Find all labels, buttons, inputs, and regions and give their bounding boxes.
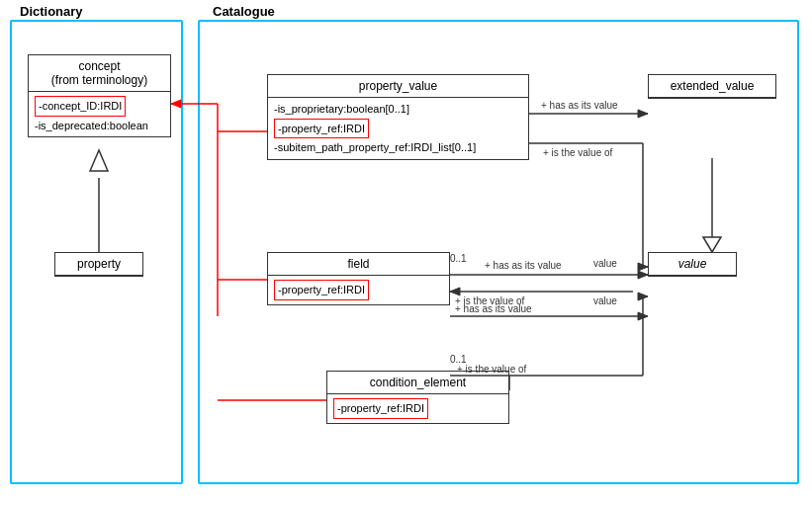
catalogue-label: Catalogue [213,4,275,19]
property-box: property [54,252,143,277]
extended-value-header: extended_value [649,75,775,98]
field-box: field -property_ref:IRDI [267,252,450,305]
concept-field-1: -concept_ID:IRDI [35,96,126,117]
concept-subtitle: (from terminology) [35,73,164,87]
concept-field-2: -is_deprecated:boolean [35,118,164,134]
concept-header: concept (from terminology) [29,55,170,92]
ce-field-ref: -property_ref:IRDI [333,398,428,419]
field-ref: -property_ref:IRDI [274,280,369,300]
dictionary-label: Dictionary [20,4,83,19]
pv-field-3: -subitem_path_property_ref:IRDI_list[0..… [274,139,522,156]
condition-element-box: condition_element -property_ref:IRDI [326,371,509,424]
value-box: value [648,252,737,277]
property-value-box: property_value -is_proprietary:boolean[0… [267,74,529,160]
pv-field-1: -is_proprietary:boolean[0..1] [274,101,522,118]
value-header: value [649,253,736,276]
concept-box: concept (from terminology) -concept_ID:I… [28,54,171,137]
condition-element-body: -property_ref:IRDI [327,394,508,423]
concept-title: concept [35,59,164,73]
condition-element-header: condition_element [327,372,508,394]
property-value-header: property_value [268,75,528,98]
extended-value-box: extended_value [648,74,776,99]
field-body: -property_ref:IRDI [268,276,449,304]
field-header: field [268,253,449,276]
property-header: property [55,253,142,276]
pv-field-2: -property_ref:IRDI [274,119,369,139]
property-value-body: -is_proprietary:boolean[0..1] -property_… [268,98,528,159]
concept-body: -concept_ID:IRDI -is_deprecated:boolean [29,92,170,136]
